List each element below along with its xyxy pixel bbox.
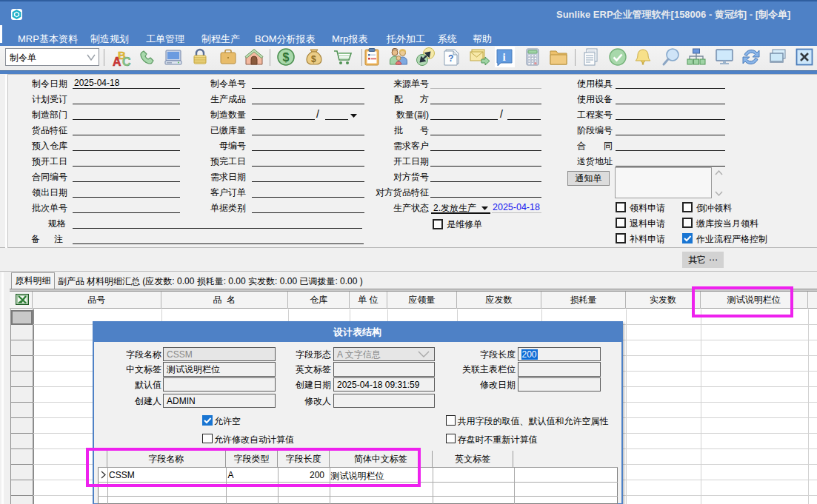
svg-text:$: $ bbox=[311, 54, 316, 64]
svg-text:A: A bbox=[113, 56, 121, 67]
svg-text:i: i bbox=[503, 51, 506, 63]
svg-text:?: ? bbox=[448, 53, 453, 64]
svg-text:$: $ bbox=[283, 51, 290, 64]
svg-text:C: C bbox=[122, 56, 131, 67]
